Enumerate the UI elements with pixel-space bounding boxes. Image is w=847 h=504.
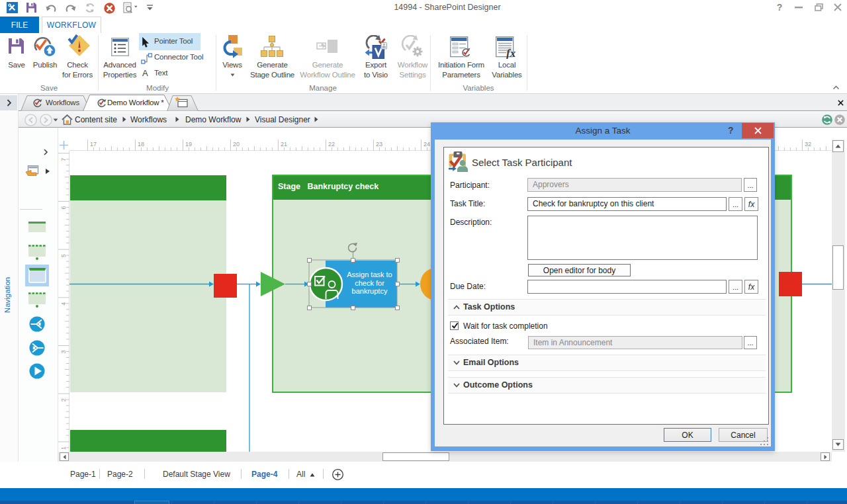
svg-text:18: 18 xyxy=(138,141,144,147)
svg-text:6: 6 xyxy=(60,206,67,209)
svg-text:7: 7 xyxy=(60,158,67,161)
svg-text:22: 22 xyxy=(328,141,335,147)
svg-text:21: 21 xyxy=(281,141,287,147)
svg-text:24: 24 xyxy=(424,141,430,147)
svg-text:23: 23 xyxy=(376,141,382,147)
svg-text:17: 17 xyxy=(90,141,97,147)
svg-text:1: 1 xyxy=(60,446,67,450)
svg-text:4: 4 xyxy=(60,302,67,306)
svg-text:19: 19 xyxy=(185,141,192,147)
svg-text:5: 5 xyxy=(60,254,67,257)
svg-text:32: 32 xyxy=(805,141,811,147)
svg-text:3: 3 xyxy=(60,350,67,353)
svg-text:2: 2 xyxy=(60,398,67,401)
svg-text:20: 20 xyxy=(233,141,240,147)
svg-text:fx: fx xyxy=(506,47,516,59)
